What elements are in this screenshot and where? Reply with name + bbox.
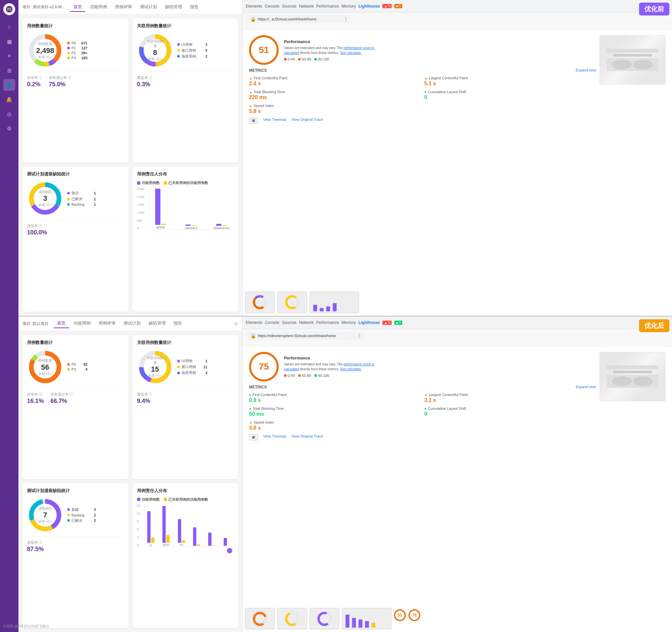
defect-num-before: 3 <box>38 194 52 203</box>
lh-url-area-after: 🔒 https://rtdmetersphere.f2cloud.com/#/t… <box>242 329 672 347</box>
nav-tab-defect-after[interactable]: 缺陷管理 <box>145 319 169 328</box>
defect-legend-before: 激活1 已解决1 Backlog1 <box>67 191 96 206</box>
related-card-after: 关联用例数量统计 关联用例数量 <box>133 335 239 479</box>
donut-before: 用例数量 2,498 本周 +0 > <box>27 32 63 69</box>
lh-metrics-grid-after: ●First Contentful Paint 0.9 s ▲Largest C… <box>249 393 596 431</box>
nav-tab-report-before[interactable]: 报告 <box>187 3 202 12</box>
lh-perf-label-after: Performance <box>284 355 376 360</box>
badge-after: 优化后 <box>639 319 669 332</box>
defect-metrics-after: 遗留率ⓘ 87.5% <box>27 536 124 553</box>
nav-tab-review-after[interactable]: 用例评审 <box>95 319 119 328</box>
lh-nav-before: Elements Console Sources Network Perform… <box>242 0 672 12</box>
lh-perf-info-after: Performance Values are estimated and may… <box>284 355 376 378</box>
thumb-mini-after-3 <box>310 608 339 629</box>
expand-view-before[interactable]: Expand view <box>576 68 596 72</box>
coverage-value-before: 0.3% <box>137 81 152 88</box>
chart-legend-before: 功能用例数 已关联用例的功能用例数 <box>137 180 234 185</box>
nav-tab-plan-before[interactable]: 测试计划 <box>137 3 161 12</box>
legend-scene-after: 场景用例3 <box>177 370 208 375</box>
bottom-thumbnails-before <box>242 289 672 316</box>
nav-bar-after: 项目: 默认项目 首页 功能用例 用例评审 测试计划 缺陷管理 报告 ⊙ <box>19 317 242 331</box>
nav-project-before: 项目: 测试项目-v2.6-M... <box>22 4 65 10</box>
review-rate-label-before: 评审率 ⓘ <box>27 75 42 80</box>
defect-legend-after: 新建3 Backlog2 已解决2 <box>67 507 96 523</box>
lh-score-row-after: 75 Performance Values are estimated and … <box>249 352 666 440</box>
svg-rect-23 <box>333 303 337 311</box>
related-sub-before: 本周 +0 > <box>146 57 164 61</box>
svg-text:F2: F2 <box>7 7 11 11</box>
lh-url-bar-before[interactable]: 🔒 https://...a.f2cloud.com/#/track/home … <box>246 15 352 23</box>
use-case-title-before: 用例数量统计 <box>27 23 124 29</box>
expand-view-after[interactable]: Expand view <box>576 385 596 389</box>
coverage-row-after: 覆盖率ⓘ 9.4% <box>137 388 234 405</box>
sidebar-icon-settings[interactable]: ⚙ <box>3 123 15 134</box>
nav-tab-home-before[interactable]: 首页 <box>70 3 85 12</box>
lh-legend-after: 0-49 50-89 90-100 <box>284 374 376 378</box>
related-legend-before: UI用例1 接口用例5 场景用例2 <box>177 42 208 59</box>
sidebar-icon-user[interactable]: ◎ <box>3 108 15 120</box>
nav-project-after: 项目: 默认项目 <box>22 321 48 327</box>
review-pass-value-after: 66.7% <box>50 398 73 405</box>
related-donut-after: 关联用例数量 15 本周 +0 > <box>137 349 173 385</box>
lh-score-details-before: 51 Performance Values are estimated and … <box>249 35 596 124</box>
review-pass-before: 评审通过率 ⓘ 75.0% <box>49 75 71 88</box>
lh-legend-before: 0-49 50-89 90-100 <box>284 57 376 61</box>
view-treemap-after[interactable]: View Treemap <box>263 434 286 440</box>
legend-after: P052 P34 <box>67 362 87 371</box>
sidebar-icon-grid[interactable]: ⊞ <box>3 65 15 76</box>
legend-api-before: 接口用例5 <box>177 48 208 53</box>
view-trace-before[interactable]: View Original Trace <box>291 118 323 124</box>
lh-fcp-after: ●First Contentful Paint 0.9 s <box>249 393 421 403</box>
assignee-card-before: 用例责任人分布 功能用例数 已关联用例的功能用例数 <box>133 167 239 311</box>
sidebar-icon-bell[interactable]: 🔔 <box>3 94 15 105</box>
thumb-mini-1 <box>245 292 275 313</box>
nav-tab-plan-after[interactable]: 测试计划 <box>120 319 144 328</box>
donut-num-after: 56 <box>38 363 52 371</box>
donut-label-after: 用例数量 56 本周 +5 > <box>38 358 52 376</box>
lh-metrics-header-after: METRICS Expand view <box>249 385 596 390</box>
main-container: F2 ⌂ ▦ ≡ ⊞ 👤 🔔 ◎ ⚙ 优化前 项目: 测试项目-v2.6-M..… <box>0 0 672 632</box>
legend-p0-after: P052 <box>67 362 87 366</box>
nav-tab-review-before[interactable]: 用例评审 <box>112 3 136 12</box>
chart-legend-related-before: 已关联用例的功能用例数 <box>164 180 208 185</box>
use-case-title-after: 用例数量统计 <box>27 340 124 346</box>
view-trace-after[interactable]: View Original Trace <box>291 434 323 440</box>
lh-url-bar-after[interactable]: 🔒 https://rtdmetersphere.f2cloud.com/#/t… <box>246 332 365 340</box>
coverage-value-after: 9.4% <box>137 398 152 405</box>
nav-tab-func-after[interactable]: 功能用例 <box>70 319 94 328</box>
watermark: CSDN @FIT2CLOUD飞致云 <box>3 624 49 629</box>
sidebar-icon-users[interactable]: 👤 <box>3 79 15 91</box>
related-num-after: 15 <box>146 365 164 374</box>
nav-tab-report-after[interactable]: 报告 <box>170 319 186 328</box>
legend-active-before: 激活1 <box>67 191 96 196</box>
defect-card-before: 测试计划遗留缺陷统计 遗留缺陷 <box>22 167 128 311</box>
lh-lcp-after: ▲Largest Contentful Paint 3.1 s <box>424 393 596 403</box>
nav-tab-home-after[interactable]: 首页 <box>54 319 69 328</box>
legend-backlog-after: Backlog2 <box>67 513 96 517</box>
bottom-thumbnails-after: 51 75 <box>242 605 672 632</box>
panel-after: 优化后 项目: 默认项目 首页 功能用例 用例评审 测试计划 缺陷管理 报告 ⊙ <box>19 317 672 632</box>
review-rate-after: 评审率ⓘ 16.1% <box>27 392 44 405</box>
related-num-before: 8 <box>146 48 164 57</box>
bar-chart-after: 15129630 g <box>137 504 234 553</box>
related-legend-after: UI用例1 接口用例11 场景用例3 <box>177 358 208 375</box>
sidebar-icon-list[interactable]: ≡ <box>3 50 15 62</box>
chart-icon-after[interactable]: ⋯ <box>227 548 232 553</box>
sidebar-icon-home[interactable]: ⌂ <box>3 21 15 33</box>
defect-donut-row-before: 遗留缺陷 3 本周 +0 > 激活1 <box>27 180 124 217</box>
sidebar-icon-chart[interactable]: ▦ <box>3 35 15 47</box>
coverage-row-before: 覆盖率 ⓘ 0.3% <box>137 72 234 88</box>
lh-links-before: ⊞ View Treemap View Original Trace <box>249 118 596 124</box>
nav-tab-defect-before[interactable]: 缺陷管理 <box>162 3 186 12</box>
lh-score-row-before: 51 Performance Values are estimated and … <box>249 35 666 124</box>
chart-legend-after: 功能用例数 已关联用例的功能用例数 <box>137 497 234 502</box>
view-treemap-before[interactable]: View Treemap <box>263 118 286 124</box>
legend-scene-before: 场景用例2 <box>177 54 208 59</box>
svg-rect-41 <box>345 614 350 627</box>
metrics-row-before: 评审率 ⓘ 0.2% 评审通过率 ⓘ 75.0% <box>27 72 124 88</box>
assignee-card-after: 用例责任人分布 功能用例数 已关联用例的功能用例数 <box>133 483 239 628</box>
nav-tab-func-before[interactable]: 功能用例 <box>87 3 110 12</box>
legend-p3-before: P3183 <box>67 56 87 60</box>
legacy-rate-label-before: 遗留率 ⓘ <box>27 224 47 228</box>
related-title-after: 关联用例数量统计 <box>137 340 234 346</box>
